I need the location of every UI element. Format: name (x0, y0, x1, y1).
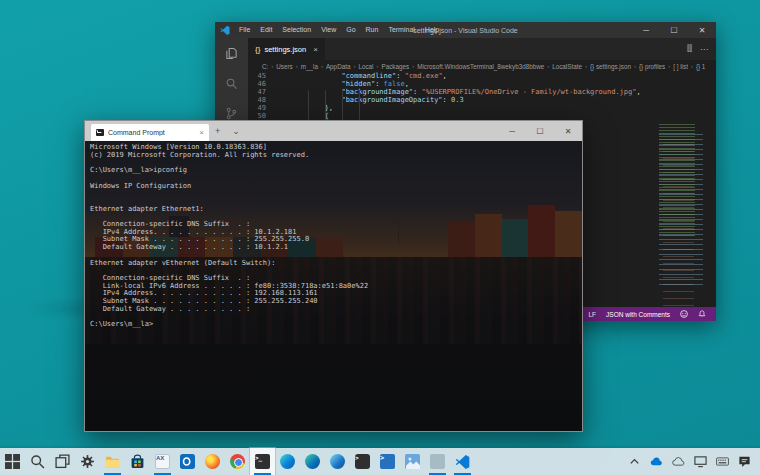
code-line-46[interactable]: 46 "hidden": false, (248, 80, 716, 88)
breadcrumb-item[interactable]: Users (276, 63, 292, 70)
breadcrumb-item[interactable]: Local (358, 63, 373, 70)
code-line-49[interactable]: 49 }, (248, 104, 716, 112)
edge-button[interactable] (275, 448, 300, 475)
command-prompt-button[interactable]: >_ (250, 448, 275, 475)
breadcrumb-item[interactable]: m__la (301, 63, 318, 70)
breadcrumb-separator: › (634, 63, 636, 69)
windows-terminal-button[interactable]: > (350, 448, 375, 475)
terminal-output-area[interactable]: Microsoft Windows [Version 10.0.18363.83… (85, 141, 582, 431)
status-language[interactable]: JSON with Comments (606, 311, 670, 318)
code-token: 0.3 (451, 96, 464, 104)
edge-beta-button[interactable] (300, 448, 325, 475)
breadcrumb-item[interactable]: C: (262, 63, 268, 70)
close-icon[interactable]: ✕ (688, 22, 716, 38)
new-tab-button[interactable]: + (209, 121, 226, 141)
tab-dropdown-icon[interactable]: ⌄ (226, 121, 246, 141)
powershell-icon: > (380, 454, 395, 469)
code-token: , (405, 80, 409, 88)
line-number: 50 (248, 112, 274, 120)
notifications-bell-icon[interactable] (698, 310, 706, 318)
menu-selection[interactable]: Selection (277, 22, 316, 38)
status-eol[interactable]: LF (588, 311, 596, 318)
code-line-50[interactable]: 50 { (248, 112, 716, 120)
breadcrumb-item[interactable]: AppData (326, 63, 351, 70)
breadcrumb-item[interactable]: Packages (382, 63, 410, 70)
breadcrumb-item[interactable]: Microsoft.WindowsTerminal_8wekyb3d8bbwe (417, 63, 544, 70)
breadcrumb-item[interactable]: [ ] list (673, 63, 688, 70)
menu-help[interactable]: Help (420, 22, 444, 38)
settings-button[interactable] (75, 448, 100, 475)
menu-go[interactable]: Go (341, 22, 360, 38)
menu-edit[interactable]: Edit (255, 22, 277, 38)
menu-run[interactable]: Run (361, 22, 384, 38)
touch-keyboard-icon[interactable] (713, 448, 732, 475)
line-number: 47 (248, 88, 274, 96)
minimap[interactable] (659, 124, 711, 307)
menu-terminal[interactable]: Terminal (383, 22, 419, 38)
minimize-icon[interactable]: ─ (498, 121, 526, 141)
outlook-button[interactable] (175, 448, 200, 475)
feedback-smiley-icon[interactable] (680, 310, 688, 318)
folder-icon (105, 454, 120, 469)
close-icon[interactable]: ✕ (554, 121, 582, 141)
vscode-titlebar[interactable]: FileEditSelectionViewGoRunTerminalHelp s… (215, 22, 716, 38)
task-view-button[interactable] (50, 448, 75, 475)
code-token: , (443, 72, 447, 80)
edge-dev-button[interactable] (325, 448, 350, 475)
menu-file[interactable]: File (234, 22, 255, 38)
start-button[interactable] (0, 448, 25, 475)
vscode-menubar: FileEditSelectionViewGoRunTerminalHelp (234, 22, 444, 38)
connect-display-icon[interactable] (691, 448, 710, 475)
tab-command-prompt[interactable]: Command Prompt × (91, 124, 209, 141)
terminal-tab-bar[interactable]: Command Prompt × + ⌄ ─ ☐ ✕ (85, 121, 582, 141)
action-center-icon[interactable] (735, 448, 754, 475)
tab-close-icon[interactable]: × (199, 128, 204, 137)
tab-close-icon[interactable]: × (313, 45, 318, 54)
code-token: "cmd.exe" (405, 72, 443, 80)
powershell-button[interactable]: > (375, 448, 400, 475)
minimize-icon[interactable]: ─ (632, 22, 660, 38)
code-token: , (636, 88, 640, 96)
code-token: "%USERPROFILE%/OneDrive - Family/wt-back… (422, 88, 637, 96)
gear-icon (80, 454, 95, 469)
editor-actions: ⫿⫿ ⋯ (687, 38, 716, 60)
microsoft-store-button[interactable] (125, 448, 150, 475)
chrome-button[interactable] (225, 448, 250, 475)
file-explorer-button[interactable] (100, 448, 125, 475)
onedrive-cloud-icon[interactable] (647, 448, 666, 475)
breadcrumb-item[interactable]: {} settings.json (590, 63, 631, 70)
system-tray (625, 448, 760, 475)
menu-view[interactable]: View (316, 22, 341, 38)
code-line-47[interactable]: 47 "backgroundImage": "%USERPROFILE%/One… (248, 88, 716, 96)
maximize-icon[interactable]: ☐ (660, 22, 688, 38)
pinned-app-button[interactable] (425, 448, 450, 475)
code-line-45[interactable]: 45 "commandline": "cmd.exe", (248, 72, 716, 80)
breadcrumb-separator: › (377, 63, 379, 69)
tab-settings-json[interactable]: {} settings.json × (248, 38, 326, 60)
chevron-up-icon[interactable] (625, 448, 644, 475)
terminal-line: C:\Users\m__la>ipconfig (90, 167, 368, 175)
photos-button[interactable] (400, 448, 425, 475)
terminal-line: Default Gateway . . . . . . . . . : 10.1… (90, 244, 368, 252)
maximize-icon[interactable]: ☐ (526, 121, 554, 141)
code-line-48[interactable]: 48 "backgroundImageOpacity": 0.3 (248, 96, 716, 104)
vscode-button[interactable] (450, 448, 475, 475)
breadcrumb-item[interactable]: {} 1 (696, 63, 705, 70)
search-button[interactable] (25, 448, 50, 475)
breadcrumb-item[interactable]: LocalState (552, 63, 582, 70)
vscode-icon (455, 454, 470, 469)
split-editor-icon[interactable]: ⫿⫿ (687, 44, 692, 54)
explorer-icon[interactable] (215, 38, 248, 68)
more-actions-icon[interactable]: ⋯ (700, 45, 708, 54)
breadcrumb-item[interactable]: {} profiles (639, 63, 665, 70)
edge3-icon (330, 454, 345, 469)
ax-app-button[interactable]: AX (150, 448, 175, 475)
terminal-text: Microsoft Windows [Version 10.0.18363.83… (90, 144, 368, 329)
onedrive-cloud-outline-icon[interactable] (669, 448, 688, 475)
code-token: "backgroundImageOpacity" (341, 96, 442, 104)
line-number: 49 (248, 104, 274, 112)
firefox-button[interactable] (200, 448, 225, 475)
search-icon[interactable] (215, 68, 248, 98)
code-token: "commandline" (341, 72, 396, 80)
breadcrumb[interactable]: C:›Users›m__la›AppData›Local›Packages›Mi… (248, 60, 716, 72)
